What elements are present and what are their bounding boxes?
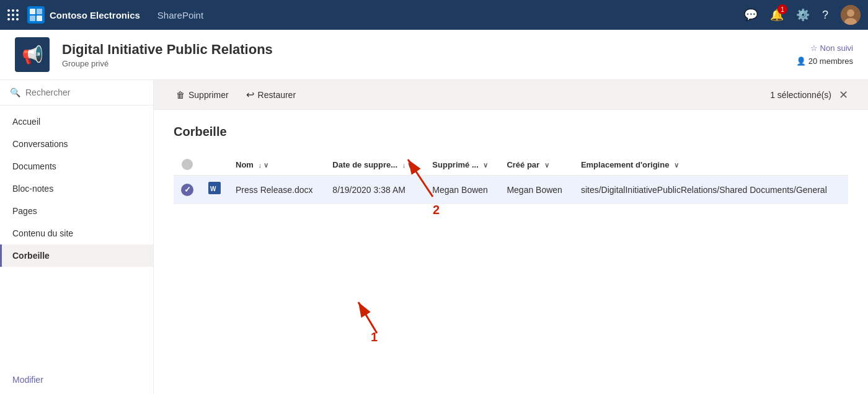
file-table: Nom ↓ ∨ Date de suppre... ↓ ∨ Supprimé .… <box>174 154 848 204</box>
restore-icon: ↩ <box>246 89 254 101</box>
site-subtitle: Groupe privé <box>62 59 784 68</box>
site-icon: 📢 <box>15 37 50 72</box>
svg-rect-1 <box>30 9 35 14</box>
sidebar: 🔍 Accueil Conversations Documents Bloc-n… <box>0 80 154 394</box>
sort-icon-nom: ↓ ∨ <box>259 161 269 169</box>
row-checkbox[interactable]: ✓ <box>174 176 201 204</box>
search-input[interactable] <box>25 87 143 97</box>
company-logo: Contoso Electronics <box>27 6 140 24</box>
th-checkbox <box>174 154 201 176</box>
word-icon: W <box>208 183 221 197</box>
row-cree-par: Megan Bowen <box>499 176 574 204</box>
table-body: ✓ W Press Release. <box>174 176 848 204</box>
sidebar-item-bloc-notes[interactable]: Bloc-notes <box>0 177 153 200</box>
th-supprime[interactable]: Supprimé ... ∨ <box>425 154 499 176</box>
th-icon <box>201 154 228 176</box>
site-title: Digital Initiative Public Relations <box>62 42 784 58</box>
sidebar-item-conversations[interactable]: Conversations <box>0 133 153 155</box>
sort-icon-date: ↓ ∨ <box>402 161 413 169</box>
settings-icon[interactable]: ⚙️ <box>796 8 810 22</box>
members-button[interactable]: 👤 20 membres <box>796 56 853 66</box>
svg-rect-4 <box>37 16 42 21</box>
row-file-icon: W <box>201 176 228 204</box>
selection-count: 1 sélectionné(s) <box>770 90 831 100</box>
notifications-icon[interactable]: 🔔 1 <box>770 8 784 22</box>
sidebar-item-documents[interactable]: Documents <box>0 155 153 177</box>
sidebar-footer: Modifier <box>0 370 153 394</box>
chat-icon[interactable]: 💬 <box>744 8 758 22</box>
topbar: Contoso Electronics SharePoint 💬 🔔 1 ⚙️ … <box>0 0 868 30</box>
trash-icon: 🗑 <box>176 90 185 100</box>
svg-line-11 <box>358 302 377 333</box>
company-name: Contoso Electronics <box>50 10 140 20</box>
sort-icon-cree: ∨ <box>544 161 549 169</box>
topbar-actions: 💬 🔔 1 ⚙️ ? <box>744 5 861 25</box>
row-emplacement: sites/DigitalInitiativePublicRelations/S… <box>574 176 848 204</box>
svg-rect-2 <box>37 9 42 14</box>
follow-button[interactable]: ☆ Non suivi <box>810 43 853 53</box>
site-info: Digital Initiative Public Relations Grou… <box>62 42 784 68</box>
row-date: 8/19/2020 3:38 AM <box>325 176 425 204</box>
sidebar-item-pages[interactable]: Pages <box>0 200 153 222</box>
th-cree[interactable]: Créé par ∨ <box>499 154 574 176</box>
user-avatar[interactable] <box>841 5 861 25</box>
star-icon: ☆ <box>810 43 818 53</box>
delete-button[interactable]: 🗑 Supprimer <box>169 86 236 104</box>
th-nom[interactable]: Nom ↓ ∨ <box>228 154 325 176</box>
members-label: 20 membres <box>808 56 853 66</box>
svg-point-6 <box>847 9 854 17</box>
table-row[interactable]: ✓ W Press Release. <box>174 176 848 204</box>
help-icon[interactable]: ? <box>822 9 828 22</box>
sort-icon-supprime: ∨ <box>483 161 488 169</box>
th-date[interactable]: Date de suppre... ↓ ∨ <box>325 154 425 176</box>
table-header: Nom ↓ ∨ Date de suppre... ↓ ∨ Supprimé .… <box>174 154 848 176</box>
main-layout: 🔍 Accueil Conversations Documents Bloc-n… <box>0 80 868 394</box>
people-icon: 👤 <box>796 56 806 66</box>
site-header: 📢 Digital Initiative Public Relations Gr… <box>0 30 868 80</box>
annotation-1: 1 <box>352 290 402 341</box>
product-name: SharePoint <box>157 10 203 20</box>
sidebar-item-accueil[interactable]: Accueil <box>0 110 153 133</box>
checkbox-selected: ✓ <box>181 184 193 196</box>
row-filename: Press Release.docx <box>228 176 325 204</box>
sidebar-search: 🔍 <box>0 80 153 105</box>
restore-button[interactable]: ↩ Restaurer <box>239 85 303 104</box>
apps-grid-icon[interactable] <box>7 9 20 20</box>
clear-selection-button[interactable]: ✕ <box>834 86 853 104</box>
svg-text:W: W <box>210 186 216 192</box>
follow-label: Non suivi <box>820 43 853 53</box>
sidebar-nav: Accueil Conversations Documents Bloc-not… <box>0 105 153 370</box>
th-emplacement[interactable]: Emplacement d'origine ∨ <box>574 154 848 176</box>
edit-link[interactable]: Modifier <box>12 375 43 385</box>
page-content: Corbeille Nom ↓ ∨ Date <box>154 110 868 394</box>
sort-icon-emplacement: ∨ <box>674 161 679 169</box>
svg-rect-0 <box>27 6 45 24</box>
search-icon: 🔍 <box>10 87 20 97</box>
row-supprime-par: Megan Bowen <box>425 176 499 204</box>
page-title: Corbeille <box>174 125 848 139</box>
notification-badge: 1 <box>777 4 787 14</box>
command-bar: 🗑 Supprimer ↩ Restaurer 1 sélectionné(s)… <box>154 80 868 110</box>
sidebar-item-corbeille[interactable]: Corbeille <box>0 244 153 267</box>
svg-rect-3 <box>30 16 35 21</box>
sidebar-item-contenu[interactable]: Contenu du site <box>0 222 153 244</box>
content-area: 🗑 Supprimer ↩ Restaurer 1 sélectionné(s)… <box>154 80 868 394</box>
site-header-actions: ☆ Non suivi 👤 20 membres <box>796 43 853 66</box>
